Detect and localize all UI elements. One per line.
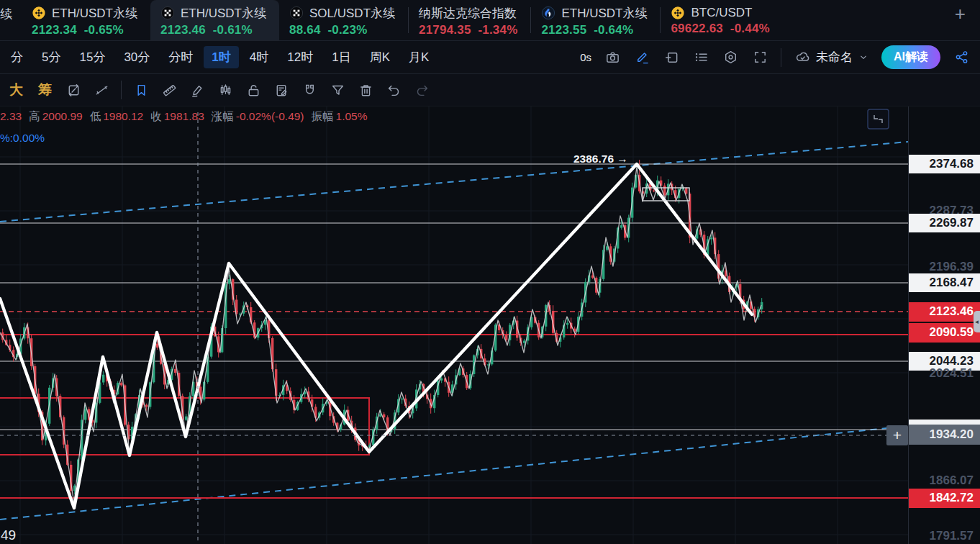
ticker-symbol: 纳斯达克综合指数 <box>419 5 517 22</box>
ticker-symbol: BTC/USDT <box>691 6 752 20</box>
hexagon-settings-icon[interactable] <box>722 49 739 66</box>
camera-icon[interactable] <box>604 49 621 66</box>
price-label-2168.47: 2168.47 <box>909 273 980 292</box>
timeframe-30分[interactable]: 30分 <box>116 46 158 68</box>
axis-edge-tab[interactable]: ◄ <box>974 311 980 332</box>
expand-icon[interactable] <box>751 49 768 66</box>
price-label-1842.72: 1842.72 <box>909 489 980 508</box>
price-label-2090.59: 2090.59 <box>909 323 980 343</box>
divider <box>121 81 122 99</box>
add-ticker-button[interactable]: + <box>948 0 980 25</box>
doc-edit-icon[interactable] <box>273 81 290 99</box>
timeframe-分[interactable]: 分 <box>3 46 31 68</box>
gridlines <box>0 106 908 544</box>
trendline-icon[interactable] <box>93 81 110 99</box>
ticker-partial-label: 续 <box>0 6 12 22</box>
ticker-symbol: ETH/USDT永续 <box>561 5 647 22</box>
candlestick-chart[interactable]: 2386.76 →49 <box>0 106 908 544</box>
ai-analysis-button[interactable]: AI解读 <box>881 45 940 69</box>
peak-annotation: 2386.76 → <box>573 153 628 165</box>
ticker-tab-sol-usdt-[interactable]: SOL/USDT永续 88.64 -0.23% <box>279 0 408 40</box>
layout-picker[interactable]: 未命名 <box>794 49 869 66</box>
pencil-icon[interactable] <box>633 49 650 66</box>
ticker-bar: 续 ETH/USDT永续 2123.34 -0.65%ETH/USDT永续 21… <box>0 0 980 41</box>
toolbar-right: 0s 未命名 AI解读 <box>580 45 970 69</box>
chevron-down-icon <box>858 49 869 66</box>
price-label-1934.20: 1934.20 <box>909 425 980 445</box>
ruler-icon[interactable] <box>160 81 178 99</box>
candles-group <box>1 160 763 494</box>
undo-icon[interactable] <box>385 81 402 99</box>
layout-name: 未命名 <box>816 49 853 65</box>
price-label-2196.39: 2196.39 <box>909 259 980 275</box>
chart-region: 2386.76 →49 2.33高2000.99低1980.12收1981.83… <box>0 106 980 544</box>
funnel-icon[interactable] <box>329 81 346 99</box>
timeframe-分时[interactable]: 分时 <box>160 46 201 68</box>
ticker-price: 2123.34 -0.65% <box>32 23 137 37</box>
redo-icon[interactable] <box>413 81 430 99</box>
bookmark-icon[interactable] <box>132 81 150 99</box>
okx-logo <box>289 6 304 20</box>
indicator-list-icon[interactable] <box>692 49 709 66</box>
tool-chip[interactable]: 筹 <box>36 81 54 99</box>
magnet-icon[interactable] <box>301 81 318 99</box>
ticker-price: 69622.63 -0.44% <box>671 22 769 36</box>
ticker-tab-partial[interactable]: 续 <box>0 0 22 40</box>
huobi-logo <box>541 6 555 20</box>
price-label-1791.57: 1791.57 <box>909 528 980 544</box>
ticker-tab-eth-usdt-[interactable]: ETH/USDT永续 2123.46 -0.61% <box>150 0 279 40</box>
cloud-check-icon <box>794 49 811 66</box>
tool-da[interactable]: 大 <box>7 81 25 99</box>
share-icon[interactable] <box>953 49 970 66</box>
ticker-symbol: SOL/USDT永续 <box>309 5 395 22</box>
timeframe-buttons: 分5分15分30分分时1时4时12时1日周K月K <box>3 46 437 68</box>
add-pane-icon[interactable] <box>663 49 680 66</box>
candles-icon[interactable] <box>217 81 234 99</box>
ticker-tab-btc-usdt[interactable]: BTC/USDT 69622.63 -0.44% <box>661 0 782 40</box>
price-label-2269.87: 2269.87 <box>909 214 980 232</box>
timeframe-4时[interactable]: 4时 <box>242 46 276 68</box>
timeframe-5分[interactable]: 5分 <box>34 46 68 68</box>
ticker-symbol: ETH/USDT永续 <box>181 5 266 22</box>
ticker-tab-eth-usdt-[interactable]: ETH/USDT永续 2123.34 -0.65% <box>22 0 150 40</box>
price-label-2123.46: 2123.46 <box>909 302 980 322</box>
drawing-toolbar: 大筹 <box>0 74 980 106</box>
pane-corner-icon <box>868 109 889 129</box>
ticker-symbol: ETH/USDT永续 <box>52 5 137 22</box>
crosshair <box>0 112 886 544</box>
timeframe-1日[interactable]: 1日 <box>324 46 358 68</box>
timeframe-1时[interactable]: 1时 <box>204 46 238 68</box>
timeframe-月K[interactable]: 月K <box>401 46 437 68</box>
price-label-2024.51: 2024.51 <box>909 366 980 381</box>
ticker-tab-eth-usdt-[interactable]: ETH/USDT永续 2123.55 -0.64% <box>531 0 660 40</box>
price-label-1866.07: 1866.07 <box>909 473 980 489</box>
ticker-price: 21794.35 -1.34% <box>419 23 517 37</box>
timeframe-bar: 分5分15分30分分时1时4时12时1日周K月K 0s 未命名 AI解读 <box>0 41 980 74</box>
divider <box>781 48 781 67</box>
ticker-price: 2123.46 -0.61% <box>160 23 266 37</box>
timeframe-15分[interactable]: 15分 <box>71 46 113 68</box>
lock-open-icon[interactable] <box>245 81 262 99</box>
axis-fragment-text: 49 <box>1 527 16 543</box>
marker-icon[interactable] <box>189 81 206 99</box>
crosshair-plus-box[interactable]: + <box>886 425 908 445</box>
price-label-2374.68: 2374.68 <box>909 155 980 173</box>
white-level-lines <box>0 164 908 430</box>
trend-channel-lines <box>0 142 908 520</box>
plus-icon: + <box>955 3 966 24</box>
edit-cycle-icon[interactable] <box>65 81 82 99</box>
main-zigzag-line <box>0 164 752 508</box>
ticker-tab--[interactable]: 纳斯达克综合指数 21794.35 -1.34% <box>409 0 530 40</box>
timeframe-周K[interactable]: 周K <box>362 46 398 68</box>
ticker-price: 2123.55 -0.64% <box>541 23 647 37</box>
price-axis[interactable]: 2374.682287.732269.872196.392168.472123.… <box>908 106 980 544</box>
candle-countdown: 0s <box>580 51 591 63</box>
trash-icon[interactable] <box>357 81 374 99</box>
binance-logo <box>32 6 46 20</box>
timeframe-12时[interactable]: 12时 <box>279 46 321 68</box>
trading-app: 续 ETH/USDT永续 2123.34 -0.65%ETH/USDT永续 21… <box>0 0 980 544</box>
okx-logo <box>160 6 175 20</box>
binance-logo <box>671 6 685 20</box>
ticker-price: 88.64 -0.23% <box>289 23 395 37</box>
